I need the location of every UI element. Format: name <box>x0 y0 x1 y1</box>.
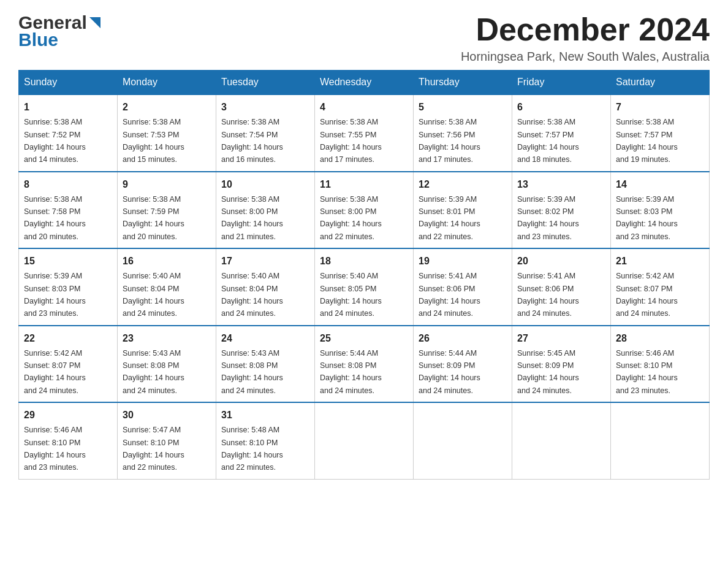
calendar-cell: 31 Sunrise: 5:48 AMSunset: 8:10 PMDaylig… <box>216 402 315 479</box>
day-number: 21 <box>616 254 704 269</box>
day-number: 16 <box>123 254 211 269</box>
day-info: Sunrise: 5:38 AMSunset: 7:57 PMDaylight:… <box>517 118 579 164</box>
day-info: Sunrise: 5:39 AMSunset: 8:02 PMDaylight:… <box>517 195 579 241</box>
day-info: Sunrise: 5:38 AMSunset: 8:00 PMDaylight:… <box>320 195 382 241</box>
location-subtitle: Horningsea Park, New South Wales, Austra… <box>461 50 710 64</box>
calendar-cell <box>512 402 611 479</box>
day-number: 14 <box>616 177 704 192</box>
header-saturday: Saturday <box>611 71 710 95</box>
day-info: Sunrise: 5:39 AMSunset: 8:01 PMDaylight:… <box>419 195 480 241</box>
calendar-cell: 5 Sunrise: 5:38 AMSunset: 7:56 PMDayligh… <box>414 94 512 172</box>
day-number: 19 <box>419 254 507 269</box>
day-info: Sunrise: 5:39 AMSunset: 8:03 PMDaylight:… <box>616 195 678 241</box>
day-number: 22 <box>24 331 112 346</box>
header-wednesday: Wednesday <box>315 71 414 95</box>
day-info: Sunrise: 5:46 AMSunset: 8:10 PMDaylight:… <box>616 349 678 395</box>
header-tuesday: Tuesday <box>216 71 315 95</box>
calendar-cell: 16 Sunrise: 5:40 AMSunset: 8:04 PMDaylig… <box>118 248 216 326</box>
day-info: Sunrise: 5:46 AMSunset: 8:10 PMDaylight:… <box>24 426 86 472</box>
day-number: 29 <box>24 408 112 423</box>
calendar-cell: 9 Sunrise: 5:38 AMSunset: 7:59 PMDayligh… <box>118 172 216 249</box>
calendar-cell: 21 Sunrise: 5:42 AMSunset: 8:07 PMDaylig… <box>611 248 710 326</box>
day-info: Sunrise: 5:42 AMSunset: 8:07 PMDaylight:… <box>24 349 86 395</box>
day-number: 6 <box>517 100 605 115</box>
week-row-3: 15 Sunrise: 5:39 AMSunset: 8:03 PMDaylig… <box>19 248 710 326</box>
day-number: 12 <box>419 177 507 192</box>
page-header: General Blue December 2024 Horningsea Pa… <box>18 12 710 64</box>
calendar-cell: 8 Sunrise: 5:38 AMSunset: 7:58 PMDayligh… <box>19 172 118 249</box>
day-number: 4 <box>320 100 408 115</box>
day-info: Sunrise: 5:38 AMSunset: 7:56 PMDaylight:… <box>419 118 480 164</box>
logo: General Blue <box>18 12 100 50</box>
calendar-cell <box>611 402 710 479</box>
logo-blue-text: Blue <box>18 29 58 50</box>
week-row-1: 1 Sunrise: 5:38 AMSunset: 7:52 PMDayligh… <box>19 94 710 172</box>
day-number: 8 <box>24 177 112 192</box>
calendar-cell: 29 Sunrise: 5:46 AMSunset: 8:10 PMDaylig… <box>19 402 118 479</box>
day-number: 18 <box>320 254 408 269</box>
month-title: December 2024 <box>461 12 710 47</box>
day-info: Sunrise: 5:38 AMSunset: 7:53 PMDaylight:… <box>123 118 184 164</box>
day-info: Sunrise: 5:38 AMSunset: 7:59 PMDaylight:… <box>123 195 184 241</box>
day-info: Sunrise: 5:44 AMSunset: 8:08 PMDaylight:… <box>320 349 382 395</box>
calendar-cell: 27 Sunrise: 5:45 AMSunset: 8:09 PMDaylig… <box>512 326 611 403</box>
day-number: 10 <box>221 177 309 192</box>
day-number: 1 <box>24 100 112 115</box>
calendar-cell: 19 Sunrise: 5:41 AMSunset: 8:06 PMDaylig… <box>414 248 512 326</box>
day-number: 3 <box>221 100 309 115</box>
calendar-cell: 17 Sunrise: 5:40 AMSunset: 8:04 PMDaylig… <box>216 248 315 326</box>
day-number: 17 <box>221 254 309 269</box>
day-info: Sunrise: 5:38 AMSunset: 8:00 PMDaylight:… <box>221 195 283 241</box>
day-info: Sunrise: 5:38 AMSunset: 7:52 PMDaylight:… <box>24 118 86 164</box>
day-number: 28 <box>616 331 704 346</box>
calendar-title-area: December 2024 Horningsea Park, New South… <box>461 12 710 64</box>
day-number: 2 <box>123 100 211 115</box>
day-number: 5 <box>419 100 507 115</box>
header-monday: Monday <box>118 71 216 95</box>
calendar-cell <box>315 402 414 479</box>
day-info: Sunrise: 5:43 AMSunset: 8:08 PMDaylight:… <box>123 349 184 395</box>
calendar-cell: 13 Sunrise: 5:39 AMSunset: 8:02 PMDaylig… <box>512 172 611 249</box>
calendar-cell: 3 Sunrise: 5:38 AMSunset: 7:54 PMDayligh… <box>216 94 315 172</box>
day-number: 7 <box>616 100 704 115</box>
day-info: Sunrise: 5:38 AMSunset: 7:54 PMDaylight:… <box>221 118 283 164</box>
day-number: 24 <box>221 331 309 346</box>
day-info: Sunrise: 5:38 AMSunset: 7:55 PMDaylight:… <box>320 118 382 164</box>
calendar-cell: 23 Sunrise: 5:43 AMSunset: 8:08 PMDaylig… <box>118 326 216 403</box>
day-info: Sunrise: 5:44 AMSunset: 8:09 PMDaylight:… <box>419 349 480 395</box>
logo-arrow-icon <box>89 17 100 31</box>
header-sunday: Sunday <box>19 71 118 95</box>
day-number: 20 <box>517 254 605 269</box>
calendar-cell: 30 Sunrise: 5:47 AMSunset: 8:10 PMDaylig… <box>118 402 216 479</box>
calendar-cell: 26 Sunrise: 5:44 AMSunset: 8:09 PMDaylig… <box>414 326 512 403</box>
day-number: 27 <box>517 331 605 346</box>
calendar-cell: 11 Sunrise: 5:38 AMSunset: 8:00 PMDaylig… <box>315 172 414 249</box>
week-row-4: 22 Sunrise: 5:42 AMSunset: 8:07 PMDaylig… <box>19 326 710 403</box>
day-number: 11 <box>320 177 408 192</box>
svg-marker-0 <box>89 17 100 28</box>
day-info: Sunrise: 5:40 AMSunset: 8:04 PMDaylight:… <box>221 272 283 318</box>
day-number: 25 <box>320 331 408 346</box>
calendar-cell: 10 Sunrise: 5:38 AMSunset: 8:00 PMDaylig… <box>216 172 315 249</box>
calendar-cell: 1 Sunrise: 5:38 AMSunset: 7:52 PMDayligh… <box>19 94 118 172</box>
calendar-table: Sunday Monday Tuesday Wednesday Thursday… <box>18 70 710 480</box>
calendar-cell: 14 Sunrise: 5:39 AMSunset: 8:03 PMDaylig… <box>611 172 710 249</box>
calendar-cell: 28 Sunrise: 5:46 AMSunset: 8:10 PMDaylig… <box>611 326 710 403</box>
day-number: 23 <box>123 331 211 346</box>
day-info: Sunrise: 5:38 AMSunset: 7:57 PMDaylight:… <box>616 118 678 164</box>
day-info: Sunrise: 5:40 AMSunset: 8:04 PMDaylight:… <box>123 272 184 318</box>
day-info: Sunrise: 5:43 AMSunset: 8:08 PMDaylight:… <box>221 349 283 395</box>
day-info: Sunrise: 5:47 AMSunset: 8:10 PMDaylight:… <box>123 426 184 472</box>
calendar-cell: 2 Sunrise: 5:38 AMSunset: 7:53 PMDayligh… <box>118 94 216 172</box>
calendar-cell: 6 Sunrise: 5:38 AMSunset: 7:57 PMDayligh… <box>512 94 611 172</box>
day-number: 31 <box>221 408 309 423</box>
weekday-header-row: Sunday Monday Tuesday Wednesday Thursday… <box>19 71 710 95</box>
week-row-5: 29 Sunrise: 5:46 AMSunset: 8:10 PMDaylig… <box>19 402 710 479</box>
day-number: 26 <box>419 331 507 346</box>
day-info: Sunrise: 5:42 AMSunset: 8:07 PMDaylight:… <box>616 272 678 318</box>
calendar-cell: 22 Sunrise: 5:42 AMSunset: 8:07 PMDaylig… <box>19 326 118 403</box>
day-number: 9 <box>123 177 211 192</box>
calendar-cell: 12 Sunrise: 5:39 AMSunset: 8:01 PMDaylig… <box>414 172 512 249</box>
calendar-cell: 24 Sunrise: 5:43 AMSunset: 8:08 PMDaylig… <box>216 326 315 403</box>
calendar-cell: 7 Sunrise: 5:38 AMSunset: 7:57 PMDayligh… <box>611 94 710 172</box>
